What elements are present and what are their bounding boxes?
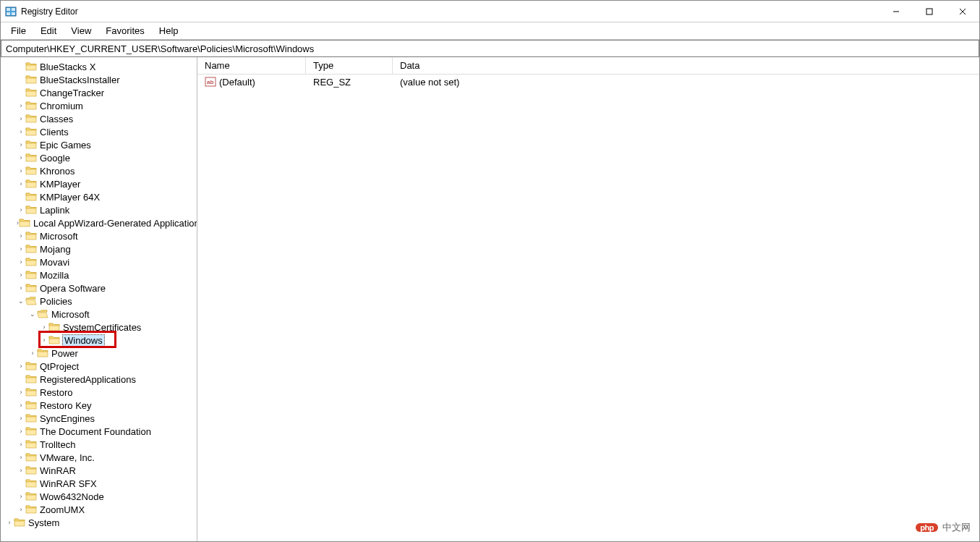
tree-item[interactable]: ›BlueStacksInstaller bbox=[1, 73, 197, 86]
close-button[interactable] bbox=[946, 1, 979, 22]
chevron-right-icon[interactable]: › bbox=[17, 128, 25, 135]
tree-item[interactable]: ›The Document Foundation bbox=[1, 425, 197, 438]
tree-item[interactable]: ›Laplink bbox=[1, 203, 197, 216]
tree-item[interactable]: ›ZoomUMX bbox=[1, 503, 197, 516]
tree-item[interactable]: ›BlueStacks X bbox=[1, 60, 197, 73]
tree-item[interactable]: ›Mojang bbox=[1, 242, 197, 255]
chevron-right-icon[interactable]: › bbox=[17, 363, 25, 370]
tree-item[interactable]: ›ChangeTracker bbox=[1, 86, 197, 99]
tree-item[interactable]: ›Chromium bbox=[1, 99, 197, 112]
menu-favorites[interactable]: Favorites bbox=[98, 24, 151, 38]
folder-icon bbox=[25, 413, 37, 423]
tree-item-label: KMPlayer 64X bbox=[40, 192, 100, 203]
tree-item[interactable]: ›Power bbox=[1, 347, 197, 360]
folder-icon bbox=[25, 166, 37, 176]
menu-file[interactable]: File bbox=[4, 24, 33, 38]
chevron-right-icon[interactable]: › bbox=[17, 167, 25, 174]
value-type: REG_SZ bbox=[306, 75, 393, 89]
tree-item[interactable]: ›Microsoft bbox=[1, 229, 197, 242]
chevron-down-icon[interactable]: ⌄ bbox=[17, 297, 25, 305]
chevron-right-icon[interactable]: › bbox=[17, 428, 25, 435]
folder-icon bbox=[25, 400, 37, 410]
tree-item-label: Mojang bbox=[40, 244, 71, 255]
menu-help[interactable]: Help bbox=[152, 24, 186, 38]
tree-item[interactable]: ›Restoro Key bbox=[1, 399, 197, 412]
tree-item[interactable]: ›WinRAR SFX bbox=[1, 477, 197, 490]
folder-icon bbox=[25, 257, 37, 267]
chevron-right-icon[interactable]: › bbox=[17, 271, 25, 279]
tree-item-label: Google bbox=[40, 153, 70, 164]
tree-scroll[interactable]: ›BlueStacks X›BlueStacksInstaller›Change… bbox=[1, 57, 197, 541]
address-bar[interactable]: Computer\HKEY_CURRENT_USER\Software\Poli… bbox=[1, 40, 979, 57]
chevron-right-icon[interactable]: › bbox=[40, 336, 48, 344]
chevron-right-icon[interactable]: › bbox=[17, 415, 25, 422]
chevron-right-icon[interactable]: › bbox=[17, 454, 25, 461]
chevron-right-icon[interactable]: › bbox=[17, 206, 25, 213]
chevron-right-icon[interactable]: › bbox=[17, 284, 25, 292]
column-header-name[interactable]: Name bbox=[197, 57, 306, 74]
maximize-button[interactable] bbox=[913, 1, 946, 22]
tree-item-label: KMPlayer bbox=[40, 179, 80, 190]
tree-item-label: Microsoft bbox=[40, 231, 78, 242]
tree-item-label: Power bbox=[51, 348, 78, 359]
chevron-right-icon[interactable]: › bbox=[17, 389, 25, 396]
folder-icon bbox=[25, 439, 37, 449]
chevron-right-icon[interactable]: › bbox=[17, 102, 25, 109]
tree-item[interactable]: ›Clients bbox=[1, 125, 197, 138]
chevron-right-icon[interactable]: › bbox=[17, 245, 25, 253]
tree-item[interactable]: ›System bbox=[1, 516, 197, 529]
tree-item-label: Trolltech bbox=[40, 439, 75, 450]
tree-item[interactable]: ›Windows bbox=[1, 334, 197, 347]
chevron-right-icon[interactable]: › bbox=[17, 232, 25, 240]
tree-item[interactable]: ›VMware, Inc. bbox=[1, 451, 197, 464]
tree-item[interactable]: ›SystemCertificates bbox=[1, 321, 197, 334]
tree-item[interactable]: ›KMPlayer bbox=[1, 177, 197, 190]
tree-item[interactable]: ›SyncEngines bbox=[1, 412, 197, 425]
chevron-right-icon[interactable]: › bbox=[17, 115, 25, 122]
minimize-button[interactable] bbox=[879, 1, 913, 22]
folder-icon bbox=[25, 140, 37, 150]
tree-item-label: Microsoft bbox=[51, 309, 90, 320]
chevron-right-icon[interactable]: › bbox=[17, 141, 25, 148]
tree-item[interactable]: ⌄Microsoft bbox=[1, 308, 197, 321]
tree-item[interactable]: ›WinRAR bbox=[1, 464, 197, 477]
tree-item[interactable]: ›Restoro bbox=[1, 386, 197, 399]
chevron-right-icon[interactable]: › bbox=[17, 506, 25, 513]
chevron-right-icon[interactable]: › bbox=[5, 519, 14, 526]
tree-item[interactable]: ›Khronos bbox=[1, 164, 197, 177]
menu-edit[interactable]: Edit bbox=[33, 24, 64, 38]
tree-item[interactable]: ›Epic Games bbox=[1, 138, 197, 151]
menu-view[interactable]: View bbox=[64, 24, 98, 38]
chevron-right-icon[interactable]: › bbox=[40, 323, 48, 331]
chevron-right-icon[interactable]: › bbox=[17, 180, 25, 187]
tree-item-label: Windows bbox=[63, 335, 104, 346]
folder-icon bbox=[25, 426, 37, 436]
chevron-right-icon[interactable]: › bbox=[17, 154, 25, 161]
tree-item[interactable]: ›Classes bbox=[1, 112, 197, 125]
chevron-right-icon[interactable]: › bbox=[17, 402, 25, 409]
chevron-right-icon[interactable]: › bbox=[17, 258, 25, 266]
tree-item-label: WinRAR SFX bbox=[40, 478, 97, 489]
tree-item[interactable]: ›Mozilla bbox=[1, 268, 197, 281]
column-header-type[interactable]: Type bbox=[306, 57, 393, 74]
tree-item[interactable]: ›KMPlayer 64X bbox=[1, 190, 197, 203]
tree-item[interactable]: ›Wow6432Node bbox=[1, 490, 197, 503]
chevron-right-icon[interactable]: › bbox=[17, 493, 25, 500]
tree-item[interactable]: ⌄Policies bbox=[1, 295, 197, 308]
chevron-right-icon[interactable]: › bbox=[28, 350, 37, 357]
column-header-data[interactable]: Data bbox=[393, 57, 979, 74]
tree-item[interactable]: ›Opera Software bbox=[1, 281, 197, 295]
titlebar[interactable]: Registry Editor bbox=[1, 1, 979, 22]
tree-item-label: Classes bbox=[40, 114, 73, 124]
tree-item[interactable]: ›RegisteredApplications bbox=[1, 373, 197, 386]
value-row[interactable]: ab(Default)REG_SZ(value not set) bbox=[197, 75, 979, 89]
chevron-down-icon[interactable]: ⌄ bbox=[28, 310, 37, 318]
tree-item[interactable]: ›QtProject bbox=[1, 360, 197, 373]
chevron-right-icon[interactable]: › bbox=[17, 441, 25, 448]
tree-item-label: Chromium bbox=[40, 101, 83, 111]
tree-item[interactable]: ›Local AppWizard-Generated Applications bbox=[1, 216, 197, 229]
tree-item[interactable]: ›Google bbox=[1, 151, 197, 164]
tree-item[interactable]: ›Trolltech bbox=[1, 438, 197, 451]
tree-item[interactable]: ›Movavi bbox=[1, 255, 197, 268]
chevron-right-icon[interactable]: › bbox=[17, 467, 25, 474]
